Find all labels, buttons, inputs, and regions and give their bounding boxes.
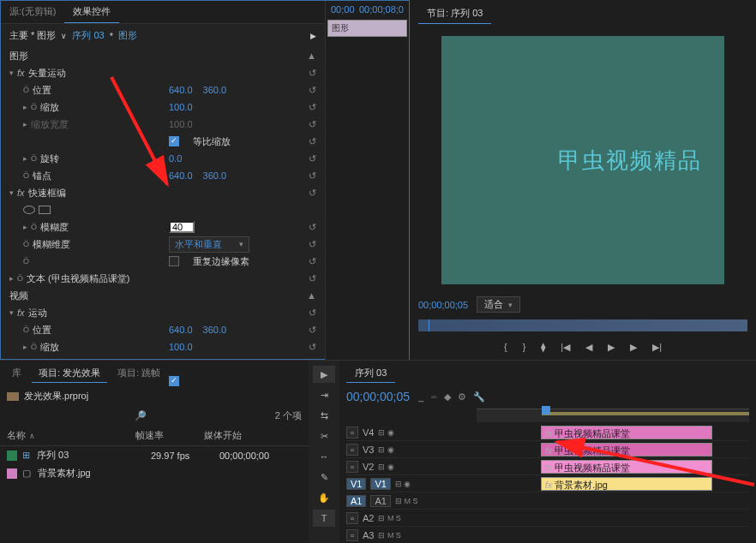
play-icon[interactable]: ▶ bbox=[604, 340, 618, 355]
clip[interactable]: fx 甲虫视频精品课堂 bbox=[541, 460, 712, 474]
tab-effect-controls[interactable]: 效果控件 bbox=[64, 1, 119, 23]
blur-input[interactable] bbox=[169, 221, 195, 233]
track-v3[interactable]: V3 bbox=[363, 445, 374, 455]
marker-icon[interactable]: ⧫ bbox=[537, 340, 549, 355]
scale2-val[interactable]: 100.0 bbox=[169, 342, 193, 352]
group-video[interactable]: 视频 bbox=[9, 289, 155, 302]
anchor-x[interactable]: 640.0 bbox=[169, 170, 193, 181]
track-src-a1[interactable]: A1 bbox=[346, 495, 366, 507]
rotation-val[interactable]: 0.0 bbox=[169, 153, 182, 164]
clip[interactable]: fx 背景素材.jpg bbox=[541, 477, 712, 491]
reset-icon[interactable]: ↺ bbox=[309, 342, 316, 353]
track-v1[interactable]: V1 bbox=[370, 478, 390, 490]
link-icon[interactable]: ⎓ bbox=[431, 391, 437, 403]
marker-icon[interactable]: ◆ bbox=[444, 391, 451, 403]
fit-select[interactable]: 适合▾ bbox=[477, 296, 520, 313]
col-name[interactable]: 名称∧ bbox=[7, 429, 135, 442]
timeline-tab[interactable]: 序列 03 bbox=[346, 364, 395, 383]
tab-library[interactable]: 库 bbox=[5, 364, 28, 383]
program-ruler[interactable] bbox=[418, 319, 747, 331]
rect-icon[interactable] bbox=[39, 206, 51, 214]
track-v2[interactable]: V2 bbox=[363, 462, 374, 472]
ripple-tool-icon[interactable]: ⇆ bbox=[313, 407, 335, 424]
group-rect-edit[interactable]: 快速框编 bbox=[28, 187, 66, 200]
position-y[interactable]: 360.0 bbox=[203, 85, 227, 95]
settings-icon[interactable]: ⚙ bbox=[458, 391, 466, 403]
reset-icon[interactable]: ↺ bbox=[309, 119, 316, 130]
in-out-range[interactable] bbox=[542, 412, 749, 415]
reset-icon[interactable]: ↺ bbox=[309, 85, 316, 96]
pen-tool-icon[interactable]: ✎ bbox=[313, 468, 335, 486]
reset-icon[interactable]: ↺ bbox=[309, 222, 316, 233]
uniform2-checkbox[interactable] bbox=[169, 376, 179, 386]
slip-tool-icon[interactable]: ↔ bbox=[313, 448, 335, 465]
track-a3[interactable]: A3 bbox=[363, 530, 374, 540]
blur-dim-select[interactable]: 水平和垂直▾ bbox=[169, 236, 249, 253]
group-vector-motion[interactable]: 矢量运动 bbox=[28, 67, 66, 80]
track-select-icon[interactable]: ⇥ bbox=[313, 386, 335, 403]
pos2-y[interactable]: 360.0 bbox=[203, 325, 227, 335]
repeat-edge-checkbox[interactable] bbox=[169, 256, 179, 266]
reset-icon[interactable]: ↺ bbox=[309, 102, 316, 113]
tab-source[interactable]: 源:(无剪辑) bbox=[1, 1, 64, 23]
twirl-icon[interactable]: ▾ bbox=[9, 69, 14, 77]
track-v4[interactable]: V4 bbox=[363, 427, 374, 438]
step-back-icon[interactable]: |◀ bbox=[557, 340, 573, 355]
scale-val[interactable]: 100.0 bbox=[169, 102, 193, 112]
track-toggle[interactable]: ▫ bbox=[346, 444, 358, 456]
reset-icon[interactable]: ↺ bbox=[309, 307, 316, 319]
reset-icon[interactable]: ↺ bbox=[309, 325, 316, 336]
reset-icon[interactable]: ↺ bbox=[309, 188, 316, 199]
timeline-timecode[interactable]: 00;00;00;05 bbox=[346, 390, 410, 403]
project-item[interactable]: ▢背景素材.jpg bbox=[0, 464, 309, 482]
hand-tool-icon[interactable]: ✋ bbox=[313, 489, 335, 506]
next-frame-icon[interactable]: ▶ bbox=[627, 340, 640, 355]
razor-tool-icon[interactable]: ✂ bbox=[313, 427, 335, 445]
group-motion[interactable]: 运动 bbox=[28, 307, 47, 319]
project-item[interactable]: ⊞序列 03 29.97 fps 00;00;00;00 bbox=[0, 446, 309, 464]
reset-icon[interactable]: ↺ bbox=[309, 273, 316, 284]
playhead[interactable] bbox=[542, 406, 550, 415]
snap-icon[interactable]: ⎯ bbox=[418, 391, 424, 403]
type-tool-icon[interactable]: T bbox=[313, 510, 335, 527]
breadcrumb-clip[interactable]: 图形 bbox=[118, 29, 137, 42]
mini-clip[interactable]: 图形 bbox=[327, 20, 407, 37]
position-x[interactable]: 640.0 bbox=[169, 85, 193, 95]
anchor-y[interactable]: 360.0 bbox=[203, 170, 227, 181]
viewer[interactable]: 甲虫视频精品 bbox=[410, 27, 756, 293]
col-start[interactable]: 媒体开始 bbox=[204, 429, 302, 442]
mark-in-icon[interactable]: { bbox=[501, 340, 511, 355]
group-graphic[interactable]: 图形 bbox=[9, 50, 155, 63]
reset-icon[interactable]: ↺ bbox=[309, 239, 316, 250]
track-toggle[interactable]: ▫ bbox=[346, 427, 358, 439]
reset-icon[interactable]: ↺ bbox=[309, 256, 316, 267]
ellipse-icon[interactable] bbox=[23, 206, 35, 214]
clip[interactable]: fx 甲虫视频精品课堂 bbox=[541, 426, 712, 439]
track-toggle[interactable]: ▫ bbox=[346, 461, 358, 473]
search-icon[interactable]: 🔎 bbox=[135, 410, 147, 421]
mark-out-icon[interactable]: } bbox=[519, 340, 530, 355]
timeline-ruler[interactable] bbox=[477, 409, 749, 422]
track-a2[interactable]: A2 bbox=[363, 513, 374, 523]
selection-tool-icon[interactable]: ▶ bbox=[313, 366, 335, 383]
reset-icon[interactable]: ▲ bbox=[307, 51, 316, 61]
track-toggle[interactable]: ▫ bbox=[346, 512, 358, 524]
reset-icon[interactable]: ↺ bbox=[309, 136, 316, 147]
step-fwd-icon[interactable]: ▶| bbox=[649, 340, 665, 355]
tab-project[interactable]: 项目: 发光效果 bbox=[32, 364, 107, 383]
pos2-x[interactable]: 640.0 bbox=[169, 325, 193, 335]
col-framerate[interactable]: 帧速率 bbox=[135, 429, 204, 442]
reset-icon[interactable]: ↺ bbox=[309, 170, 316, 182]
track-toggle[interactable]: ▫ bbox=[346, 529, 358, 541]
reset-icon[interactable]: ▲ bbox=[307, 290, 316, 301]
breadcrumb-seq[interactable]: 序列 03 bbox=[72, 29, 104, 42]
program-timecode[interactable]: 00;00;00;05 bbox=[418, 300, 468, 310]
reset-icon[interactable]: ↺ bbox=[309, 153, 316, 164]
wrench-icon[interactable]: 🔧 bbox=[473, 391, 485, 403]
group-text[interactable]: 文本 (甲虫视频精品课堂) bbox=[27, 272, 129, 285]
uniform-checkbox[interactable] bbox=[169, 136, 179, 146]
prev-frame-icon[interactable]: ◀ bbox=[582, 340, 596, 355]
track-a1[interactable]: A1 bbox=[370, 495, 390, 507]
program-tab[interactable]: 节目: 序列 03 bbox=[418, 3, 491, 24]
play-icon[interactable]: ▶ bbox=[310, 32, 316, 40]
